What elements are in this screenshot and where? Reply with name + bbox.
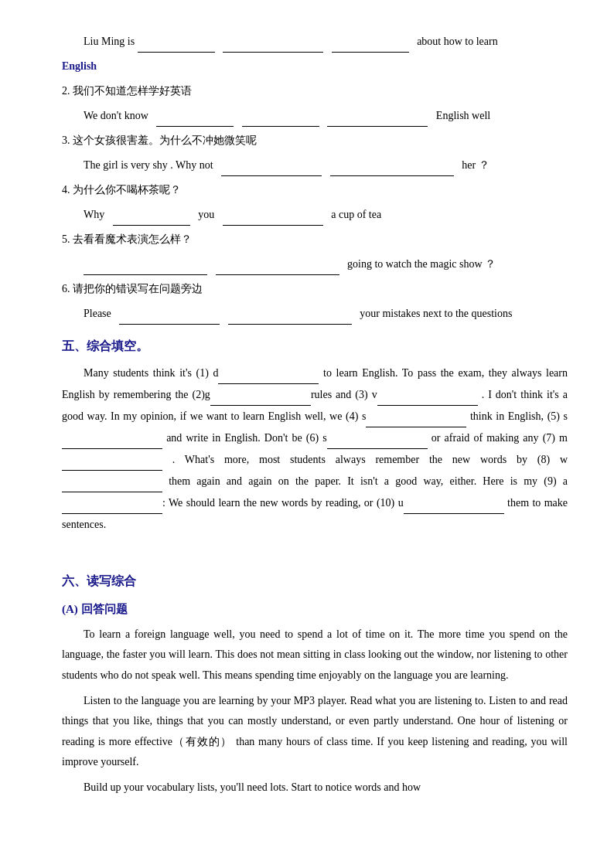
blank-2[interactable] <box>223 40 323 53</box>
page-content: Liu Ming is about how to learn English 2… <box>62 31 568 798</box>
section5-header: 五、综合填空。 <box>62 335 568 358</box>
item3-cn: 3. 这个女孩很害羞。为什么不冲她微笑呢 <box>62 134 257 146</box>
item2-en-start: We don't know <box>84 110 148 121</box>
blank-fill-10[interactable] <box>404 502 504 514</box>
blank-fill-4[interactable] <box>366 415 466 427</box>
blank-fill-7[interactable] <box>62 458 162 471</box>
blank-3-1[interactable] <box>221 164 322 176</box>
blank-fill-8[interactable] <box>62 480 162 492</box>
blank-4-2[interactable] <box>223 213 323 226</box>
item-4: 4. 为什么你不喝杯茶呢？ Why you a cup of tea <box>62 179 568 226</box>
fill-passage: Many students think it's (1) d to learn … <box>62 363 568 536</box>
item2-cn: 2. 我们不知道怎样学好英语 <box>62 85 192 97</box>
sectionA-header: (A) 回答问题 <box>62 599 568 620</box>
item6-en-end: your mistakes next to the questions <box>360 308 512 319</box>
blank-fill-2[interactable] <box>210 393 311 406</box>
item-6: 6. 请把你的错误写在问题旁边 Please your mistakes nex… <box>62 278 568 325</box>
item-intro-line: Liu Ming is about how to learn English <box>62 31 568 77</box>
blank-fill-5[interactable] <box>62 437 162 449</box>
blank-2-3[interactable] <box>327 114 428 127</box>
blank-fill-1[interactable] <box>218 372 319 384</box>
blank-2-2[interactable] <box>242 114 319 127</box>
blank-fill-6[interactable] <box>327 437 428 449</box>
item6-en-start: Please <box>84 308 111 319</box>
blank-4-1[interactable] <box>113 213 190 226</box>
blank-5-1[interactable] <box>84 263 207 275</box>
item4-en-mid: you <box>198 209 214 220</box>
item3-en-end: her ？ <box>462 159 489 171</box>
section6-header: 六、读写综合 <box>62 570 568 593</box>
english-label: English <box>62 60 97 72</box>
item3-en-start: The girl is very shy . Why not <box>84 159 213 171</box>
intro-text-end: about how to learn <box>417 36 498 47</box>
blank-6-1[interactable] <box>119 312 220 325</box>
blank-fill-3[interactable] <box>377 393 478 406</box>
blank-3-2[interactable] <box>330 164 454 176</box>
item5-en-end: going to watch the magic show ？ <box>347 258 496 270</box>
item2-en-end: English well <box>436 110 490 121</box>
item4-en-end: a cup of tea <box>331 209 381 220</box>
reading-para1: To learn a foreign language well, you ne… <box>62 625 568 686</box>
blank-3[interactable] <box>332 40 409 53</box>
reading-para2: Listen to the language you are learning … <box>62 691 568 773</box>
blank-6-2[interactable] <box>228 312 352 325</box>
blank-5-2[interactable] <box>216 263 339 275</box>
item-3: 3. 这个女孩很害羞。为什么不冲她微笑呢 The girl is very sh… <box>62 130 568 176</box>
blank-1[interactable] <box>138 40 215 53</box>
intro-text-start: Liu Ming is <box>84 36 135 47</box>
item6-cn: 6. 请把你的错误写在问题旁边 <box>62 283 203 294</box>
item4-cn: 4. 为什么你不喝杯茶呢？ <box>62 184 181 196</box>
blank-2-1[interactable] <box>156 114 234 127</box>
blank-fill-9[interactable] <box>62 502 162 514</box>
item-5: 5. 去看看魔术表演怎么样？ going to watch the magic … <box>62 229 568 275</box>
item4-en-start: Why <box>84 209 104 220</box>
reading-para3: Build up your vocabulary lists, you'll n… <box>62 778 568 798</box>
item5-cn: 5. 去看看魔术表演怎么样？ <box>62 233 192 245</box>
item-2: 2. 我们不知道怎样学好英语 We don't know English wel… <box>62 80 568 127</box>
